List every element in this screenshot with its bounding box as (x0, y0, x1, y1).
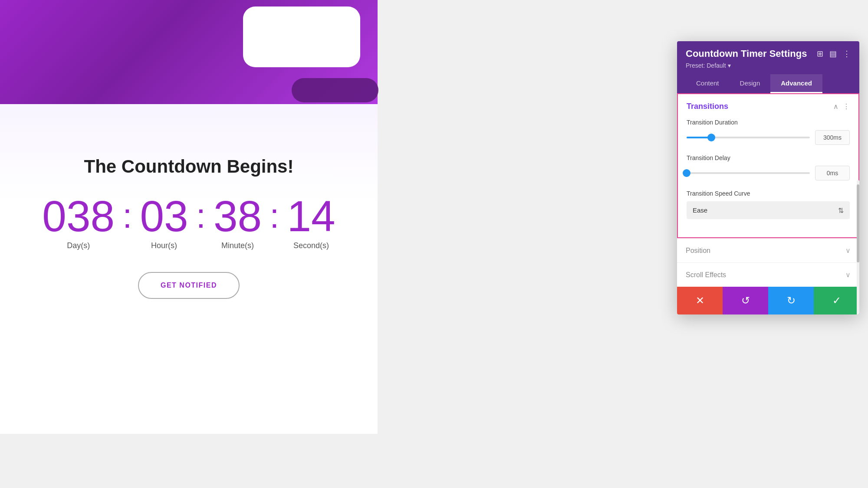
speed-curve-label: Transition Speed Curve (687, 190, 850, 197)
countdown-timer: 038 Day(s) : 03 Hour(s) : 38 Minute(s) :… (42, 194, 335, 250)
panel-title: Countdown Timer Settings (686, 48, 807, 59)
undo-button[interactable]: ↺ (723, 287, 768, 314)
duration-label: Transition Duration (687, 119, 850, 126)
scroll-effects-chevron-icon: ∨ (845, 271, 851, 279)
panel-tabs: Content Design Advanced (686, 74, 851, 93)
seconds-unit: 14 Second(s) (287, 194, 335, 250)
speed-curve-field: Transition Speed Curve Ease Linear Ease … (687, 190, 850, 219)
minutes-number: 38 (214, 194, 262, 238)
get-notified-button[interactable]: GET NOTIFIED (138, 272, 240, 299)
panel-title-row: Countdown Timer Settings ⊞ ▤ ⋮ (686, 48, 851, 59)
speed-curve-select-wrapper: Ease Linear Ease In Ease Out Ease In Out… (687, 201, 850, 219)
days-label: Day(s) (67, 241, 90, 250)
speed-curve-select[interactable]: Ease Linear Ease In Ease Out Ease In Out… (687, 201, 850, 219)
position-chevron-icon: ∨ (845, 246, 851, 255)
main-content: The Countdown Begins! 038 Day(s) : 03 Ho… (0, 104, 378, 434)
delay-label: Transition Delay (687, 154, 850, 161)
transitions-title: Transitions (687, 102, 728, 111)
transitions-body: Transition Duration Transition Delay (678, 119, 858, 237)
delay-slider-row (687, 166, 850, 180)
panel-scrollbar[interactable] (857, 180, 859, 314)
panel-title-icons: ⊞ ▤ ⋮ (817, 49, 851, 59)
hours-unit: 03 Hour(s) (140, 194, 188, 250)
minutes-unit: 38 Minute(s) (214, 194, 262, 250)
duration-value-input[interactable] (815, 130, 850, 145)
days-unit: 038 Day(s) (42, 194, 115, 250)
tab-content[interactable]: Content (686, 74, 730, 93)
columns-icon[interactable]: ▤ (829, 49, 837, 59)
purple-button-bg (292, 78, 378, 102)
colon-2: : (196, 196, 206, 236)
tab-design[interactable]: Design (730, 74, 771, 93)
more-options-icon[interactable]: ⋮ (843, 49, 851, 59)
collapse-icon[interactable]: ∧ (833, 102, 838, 111)
scroll-effects-section[interactable]: Scroll Effects ∨ (677, 262, 859, 287)
transitions-more-icon[interactable]: ⋮ (843, 102, 850, 111)
seconds-label: Second(s) (293, 241, 329, 250)
duration-slider-thumb[interactable] (707, 134, 715, 141)
duration-slider-track[interactable] (687, 137, 810, 138)
tab-advanced[interactable]: Advanced (770, 74, 822, 93)
grid-icon[interactable]: ⊞ (817, 49, 823, 59)
scroll-effects-title: Scroll Effects (686, 271, 726, 279)
minutes-label: Minute(s) (221, 241, 254, 250)
cancel-button[interactable]: ✕ (677, 287, 723, 314)
delay-value-input[interactable] (815, 166, 850, 180)
delay-slider-thumb[interactable] (683, 169, 690, 177)
panel-header: Countdown Timer Settings ⊞ ▤ ⋮ Preset: D… (677, 41, 859, 93)
days-number: 038 (42, 194, 115, 238)
position-section[interactable]: Position ∨ (677, 238, 859, 262)
hours-label: Hour(s) (151, 241, 177, 250)
transitions-header[interactable]: Transitions ∧ ⋮ (678, 94, 858, 119)
position-title: Position (686, 247, 710, 255)
preset-label: Preset: Default (686, 62, 726, 69)
section-icons: ∧ ⋮ (833, 102, 850, 111)
panel-preset[interactable]: Preset: Default ▾ (686, 62, 851, 69)
delay-slider-track[interactable] (687, 172, 810, 174)
duration-slider-row (687, 130, 850, 145)
panel-scrollbar-thumb (857, 184, 859, 262)
phone-card (243, 7, 360, 67)
colon-3: : (270, 196, 279, 236)
preset-arrow: ▾ (728, 62, 731, 69)
redo-button[interactable]: ↻ (768, 287, 814, 314)
colon-1: : (122, 196, 132, 236)
countdown-title: The Countdown Begins! (84, 156, 294, 177)
action-bar: ✕ ↺ ↻ ✓ (677, 287, 859, 314)
settings-panel: Countdown Timer Settings ⊞ ▤ ⋮ Preset: D… (677, 41, 859, 314)
save-button[interactable]: ✓ (814, 287, 859, 314)
hours-number: 03 (140, 194, 188, 238)
duration-field: Transition Duration (687, 119, 850, 145)
seconds-number: 14 (287, 194, 335, 238)
canvas: The Countdown Begins! 038 Day(s) : 03 Ho… (0, 0, 868, 488)
delay-field: Transition Delay (687, 154, 850, 180)
transitions-section: Transitions ∧ ⋮ Transition Duration (677, 93, 859, 238)
